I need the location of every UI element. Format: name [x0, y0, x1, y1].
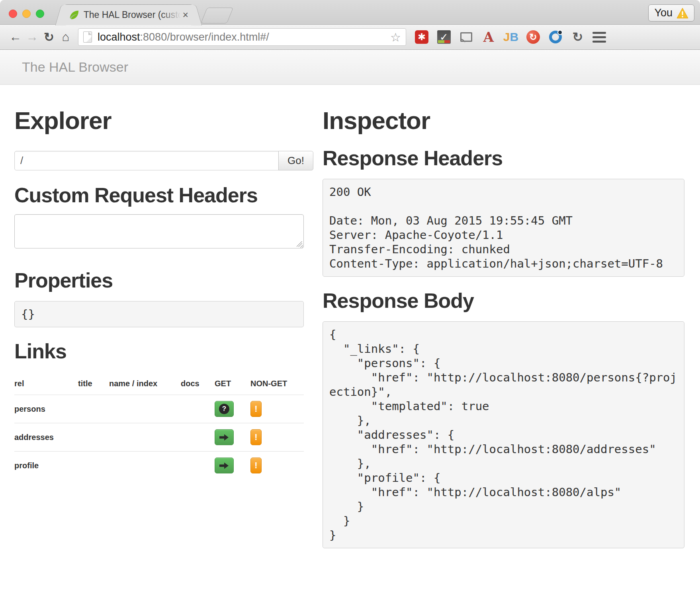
explorer-title: Explorer	[14, 106, 313, 135]
site-header: The HAL Browser	[0, 50, 700, 85]
new-tab-button[interactable]	[201, 8, 233, 23]
page-content: Explorer Go! Custom Request Headers Prop…	[0, 85, 700, 614]
explorer-column: Explorer Go! Custom Request Headers Prop…	[14, 85, 313, 479]
tab-strip: The HAL Browser (customiz × You	[0, 0, 700, 25]
menu-icon[interactable]	[592, 32, 606, 43]
lastpass-icon[interactable]: ✱	[415, 30, 428, 44]
rel-cell: persons	[14, 395, 78, 423]
url-text: localhost:8080/browser/index.html#/	[98, 31, 390, 43]
col-rel: rel	[14, 373, 78, 395]
rel-cell: profile	[14, 452, 78, 480]
get-button[interactable]	[215, 429, 234, 445]
custom-request-headers-input[interactable]	[14, 214, 304, 248]
chromecast-icon[interactable]	[459, 30, 473, 44]
arrow-right-icon	[219, 462, 229, 469]
col-name-index: name / index	[109, 373, 181, 395]
font-a-icon[interactable]: A	[482, 30, 495, 44]
col-get: GET	[215, 373, 250, 395]
minimize-window-button[interactable]	[22, 10, 31, 18]
jetbrains-icon[interactable]: JB	[504, 30, 518, 44]
custom-request-headers-title: Custom Request Headers	[14, 183, 313, 207]
non-get-button[interactable]: !	[250, 458, 262, 473]
col-title: title	[78, 373, 109, 395]
properties-value: {}	[14, 301, 304, 327]
profile-button[interactable]: You	[648, 4, 694, 22]
table-row: persons ? !	[14, 395, 304, 423]
profile-button-label: You	[654, 7, 673, 19]
links-header-row: rel title name / index docs GET NON-GET	[14, 373, 304, 395]
table-row: addresses !	[14, 423, 304, 452]
rel-cell: addresses	[14, 423, 78, 452]
warning-triangle-icon	[677, 8, 688, 19]
question-sign-icon: ?	[219, 404, 229, 414]
response-body-title: Response Body	[323, 289, 684, 313]
tab-close-icon[interactable]: ×	[182, 10, 188, 20]
tab-title: The HAL Browser (customiz	[84, 10, 181, 20]
inspector-title: Inspector	[323, 106, 684, 135]
links-table: rel title name / index docs GET NON-GET …	[14, 373, 304, 479]
site-title: The HAL Browser	[22, 59, 128, 75]
get-button[interactable]	[215, 458, 234, 473]
properties-title: Properties	[14, 268, 313, 292]
spring-leaf-icon	[69, 10, 80, 20]
non-get-button[interactable]: !	[250, 401, 262, 417]
response-body-box: { "_links": { "persons": { "href": "http…	[323, 321, 684, 548]
close-window-button[interactable]	[9, 10, 17, 18]
zoom-window-button[interactable]	[36, 10, 44, 18]
browser-tab[interactable]: The HAL Browser (customiz ×	[63, 4, 194, 25]
table-row: profile !	[14, 452, 304, 480]
col-non-get: NON-GET	[250, 373, 304, 395]
reload-icon[interactable]: ↻	[41, 30, 57, 45]
sync-icon[interactable]: ↻	[571, 30, 585, 44]
blue-circle-icon[interactable]	[549, 30, 562, 44]
checker-icon[interactable]: ✓	[437, 30, 451, 44]
links-title: Links	[14, 339, 313, 363]
response-headers-box: 200 OK Date: Mon, 03 Aug 2015 19:55:45 G…	[323, 179, 684, 277]
arrow-right-icon	[219, 434, 229, 441]
forward-icon[interactable]: →	[24, 30, 41, 44]
non-get-button[interactable]: !	[250, 429, 262, 445]
home-icon[interactable]: ⌂	[57, 30, 74, 44]
inspector-column: Inspector Response Headers 200 OK Date: …	[323, 85, 684, 548]
get-button[interactable]: ?	[215, 401, 234, 417]
resource-address-row: Go!	[14, 151, 313, 170]
back-icon[interactable]: ←	[7, 30, 24, 44]
bookmark-star-icon[interactable]: ☆	[390, 30, 401, 44]
extension-row: ✱ ✓ A JB ↻ ↻	[415, 30, 585, 44]
resource-address-input[interactable]	[14, 151, 279, 170]
refresh-red-icon[interactable]: ↻	[526, 30, 540, 44]
address-bar[interactable]: localhost:8080/browser/index.html#/ ☆	[78, 28, 406, 46]
page-icon[interactable]	[83, 31, 92, 43]
response-headers-title: Response Headers	[323, 146, 684, 170]
col-docs: docs	[181, 373, 215, 395]
browser-toolbar: ← → ↻ ⌂ localhost:8080/browser/index.htm…	[0, 25, 700, 50]
go-button[interactable]: Go!	[278, 151, 313, 170]
